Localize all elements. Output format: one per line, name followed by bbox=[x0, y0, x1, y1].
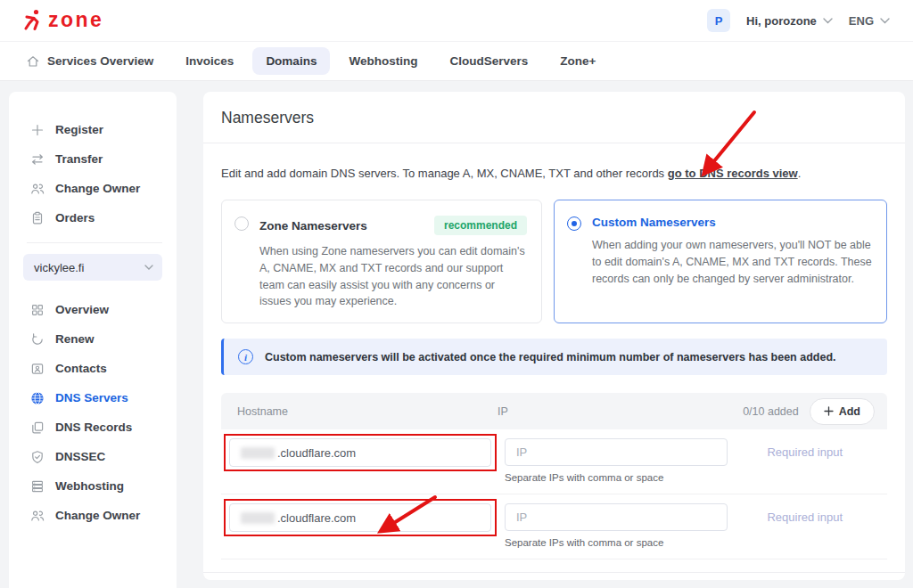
ip-input[interactable] bbox=[505, 438, 728, 466]
sidebar-item-label: Webhosting bbox=[55, 479, 124, 493]
home-icon bbox=[26, 54, 40, 69]
tab-domains[interactable]: Domains bbox=[252, 47, 330, 75]
zone-nameservers-title: Zone Nameservers bbox=[259, 219, 367, 233]
runner-icon bbox=[23, 9, 43, 32]
ip-helper-text: Separate IPs with comma or space bbox=[505, 472, 728, 483]
tab-invoices[interactable]: Invoices bbox=[172, 47, 247, 75]
custom-nameservers-description: When adding your own nameservers, you'll… bbox=[592, 237, 872, 287]
sidebar-item-renew[interactable]: Renew bbox=[30, 324, 162, 354]
server-icon bbox=[30, 479, 45, 494]
sidebar-item-label: Overview bbox=[55, 303, 109, 316]
nameservers-table: Hostname IP 0/10 added Add .cloudflare.c… bbox=[221, 393, 887, 559]
custom-nameservers-title: Custom Nameservers bbox=[592, 216, 716, 229]
redacted-text bbox=[241, 447, 275, 459]
nameservers-panel: Nameservers Edit and add domain DNS serv… bbox=[203, 92, 905, 580]
intro-period: . bbox=[798, 167, 802, 180]
dns-records-view-link[interactable]: go to DNS records view bbox=[668, 167, 798, 180]
column-ip: IP bbox=[498, 405, 743, 418]
copy-pages-icon bbox=[30, 421, 45, 435]
required-input-note: Required input bbox=[767, 434, 843, 459]
dns-globe-icon bbox=[30, 391, 45, 405]
sidebar-item-label: Register bbox=[55, 123, 103, 136]
users-icon bbox=[30, 509, 45, 523]
intro-text-part: Edit and add domain DNS servers. To mana… bbox=[221, 167, 668, 180]
sidebar-item-dns-records[interactable]: DNS Records bbox=[30, 412, 162, 442]
language-selector[interactable]: ENG bbox=[849, 14, 890, 28]
tab-label: Domains bbox=[266, 54, 317, 68]
sidebar-item-contacts[interactable]: Contacts bbox=[30, 354, 162, 383]
tab-label: Services Overview bbox=[47, 54, 153, 68]
users-icon bbox=[30, 182, 45, 196]
sidebar: Register Transfer Change Owner Orders vi… bbox=[9, 92, 177, 588]
greeting-label: Hi, porozone bbox=[746, 14, 817, 28]
sidebar-item-overview[interactable]: Overview bbox=[30, 295, 162, 324]
domain-selector[interactable]: vickylee.fi bbox=[23, 254, 162, 281]
table-header: Hostname IP 0/10 added Add bbox=[221, 393, 887, 429]
grid-icon bbox=[30, 303, 45, 317]
renew-icon bbox=[30, 332, 45, 347]
contact-card-icon bbox=[30, 362, 45, 376]
sidebar-item-label: Transfer bbox=[55, 152, 103, 166]
page-title: Nameservers bbox=[203, 92, 905, 143]
sidebar-item-label: Renew bbox=[55, 332, 95, 346]
sidebar-item-change-owner-2[interactable]: Change Owner bbox=[30, 501, 162, 530]
chevron-down-icon bbox=[823, 18, 833, 24]
tab-cloudservers[interactable]: CloudServers bbox=[436, 47, 541, 75]
sidebar-item-dns-servers[interactable]: DNS Servers bbox=[30, 383, 162, 412]
add-nameserver-button[interactable]: Add bbox=[810, 398, 875, 425]
zone-nameservers-radio[interactable] bbox=[234, 216, 249, 231]
transfer-arrows-icon bbox=[30, 152, 45, 167]
tab-label: Webhosting bbox=[349, 54, 417, 68]
sidebar-item-webhosting[interactable]: Webhosting bbox=[30, 471, 162, 501]
custom-nameservers-radio[interactable] bbox=[567, 216, 581, 231]
hostname-input[interactable]: .cloudflare.com bbox=[229, 503, 491, 532]
annotation-red-box: .cloudflare.com bbox=[224, 434, 497, 471]
added-counter: 0/10 added bbox=[743, 405, 799, 418]
main-nav: Services Overview Invoices Domains Webho… bbox=[0, 41, 913, 81]
chevron-down-icon bbox=[144, 265, 153, 270]
sidebar-item-orders[interactable]: Orders bbox=[30, 203, 162, 233]
sidebar-item-transfer[interactable]: Transfer bbox=[30, 144, 162, 174]
clipboard-icon bbox=[30, 211, 45, 225]
zone-nameservers-description: When using Zone nameservers you can edit… bbox=[259, 243, 527, 310]
annotation-red-box: .cloudflare.com bbox=[224, 499, 497, 536]
user-avatar[interactable]: P bbox=[707, 9, 730, 32]
info-banner-text: Custom nameservers will be activated onc… bbox=[265, 351, 836, 363]
info-icon: i bbox=[238, 349, 253, 364]
sidebar-item-label: Orders bbox=[55, 211, 95, 225]
plus-icon bbox=[824, 406, 834, 416]
sidebar-item-label: Change Owner bbox=[55, 182, 140, 195]
hostname-value: .cloudflare.com bbox=[277, 446, 356, 460]
nameserver-row-2: .cloudflare.com Separate IPs with comma … bbox=[221, 494, 887, 559]
hostname-input[interactable]: .cloudflare.com bbox=[229, 438, 491, 467]
custom-nameservers-card[interactable]: Custom Nameservers When adding your own … bbox=[554, 200, 887, 323]
info-banner: i Custom nameservers will be activated o… bbox=[221, 339, 887, 375]
sidebar-item-label: DNSSEC bbox=[55, 450, 105, 463]
logo-wordmark: zone bbox=[48, 10, 103, 30]
language-label: ENG bbox=[849, 14, 874, 28]
footer-divider bbox=[203, 572, 905, 573]
intro-text: Edit and add domain DNS servers. To mana… bbox=[221, 167, 887, 180]
sidebar-item-label: Contacts bbox=[55, 362, 107, 375]
plus-icon bbox=[30, 123, 45, 137]
chevron-down-icon bbox=[880, 18, 890, 24]
user-menu[interactable]: Hi, porozone bbox=[746, 14, 833, 28]
required-input-note: Required input bbox=[767, 499, 843, 524]
selected-domain: vickylee.fi bbox=[34, 261, 84, 274]
zone-logo[interactable]: zone bbox=[23, 9, 103, 32]
tab-zone-plus[interactable]: Zone+ bbox=[547, 47, 609, 75]
hostname-value: .cloudflare.com bbox=[277, 511, 356, 525]
tab-webhosting[interactable]: Webhosting bbox=[335, 47, 431, 75]
ip-input[interactable] bbox=[505, 503, 728, 531]
sidebar-item-dnssec[interactable]: DNSSEC bbox=[30, 442, 162, 471]
tab-label: Invoices bbox=[185, 54, 234, 68]
column-hostname: Hostname bbox=[237, 405, 498, 418]
recommended-badge: recommended bbox=[434, 216, 527, 235]
tab-services-overview[interactable]: Services Overview bbox=[12, 47, 167, 76]
sidebar-item-label: Change Owner bbox=[55, 509, 140, 522]
zone-nameservers-card[interactable]: Zone Nameservers recommended When using … bbox=[221, 200, 542, 323]
shield-check-icon bbox=[30, 450, 45, 464]
sidebar-item-change-owner[interactable]: Change Owner bbox=[30, 174, 162, 203]
sidebar-item-register[interactable]: Register bbox=[30, 115, 162, 144]
nameserver-row-1: .cloudflare.com Separate IPs with comma … bbox=[221, 429, 887, 494]
